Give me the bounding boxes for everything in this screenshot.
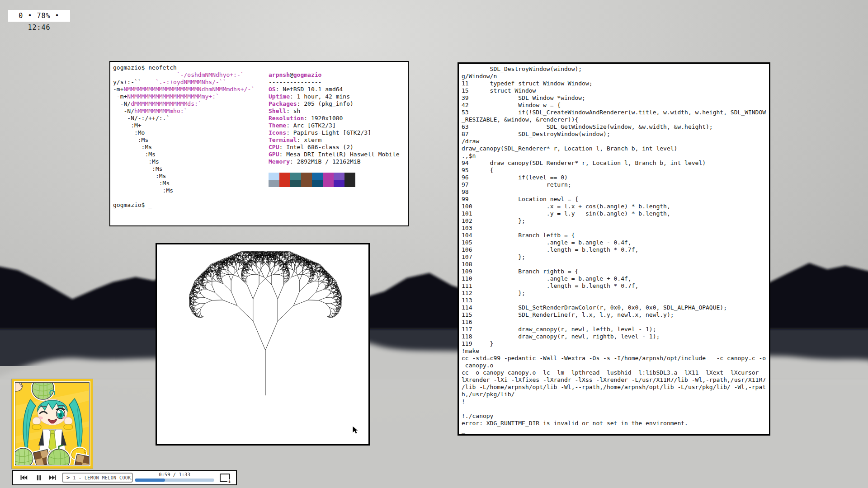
terminal-color-swatch (334, 173, 344, 180)
neofetch-row: :MsGPU: Mesa DRI Intel(R) Haswell Mobile (113, 151, 408, 158)
mouse-cursor-icon (352, 426, 359, 435)
shell-prompt-line: gogmazio$ neofetch (113, 64, 408, 71)
chevron-right-icon: > (63, 474, 73, 481)
fractal-tree-canvas (157, 244, 368, 444)
status-text: 0 • 78% • 12:46 (19, 12, 59, 32)
neofetch-row: :MsTerminal: xterm (113, 136, 408, 144)
ed-session-text: SDL_DestroyWindow(window); g/Window/n 11… (459, 64, 769, 434)
neofetch-row: :Ms (113, 173, 408, 180)
terminal-color-swatch (269, 180, 279, 187)
terminal-color-swatch (312, 180, 323, 187)
next-track-icon (49, 474, 57, 481)
terminal-color-swatch (323, 173, 334, 180)
terminal-color-swatch (312, 173, 323, 180)
previous-track-button[interactable] (18, 473, 29, 482)
miku-artwork (14, 381, 90, 466)
terminal-color-swatch (301, 173, 312, 180)
neofetch-row: -m+NMMMMMMMMMMMMMMMMMMMMmy+:`Uptime: 1 h… (113, 93, 408, 100)
terminal-color-swatch (301, 180, 312, 187)
neofetch-row: -N/hMMMMMMMMMmho:`Shell: sh (113, 108, 408, 115)
next-track-button[interactable] (47, 473, 58, 482)
sdl-canopy-window (156, 243, 370, 446)
terminal-color-swatch (290, 180, 301, 187)
neofetch-output: `-/oshdmNMNdhyo+:-`arpnsh@gogmazioy/s+:-… (113, 71, 408, 194)
progress-bar[interactable] (135, 479, 214, 482)
music-player-bar: > 1 - LEMON MELON COOKIE 0:59 / 1:33 + (12, 470, 237, 485)
neofetch-row: :M+Theme: Arc [GTK2/3] (113, 122, 408, 129)
terminal-color-swatch (323, 180, 334, 187)
neofetch-row: -N/-:/++/:.`Resolution: 868x488 (113, 115, 408, 122)
neofetch-row: :MoIcons: Papirus-Light [GTK2/3] (113, 129, 408, 136)
status-bar: 0 • 78% • 12:46 (8, 10, 70, 22)
cookie-sticker-right (74, 454, 90, 465)
track-title: 1 - LEMON MELON COOKIE (73, 475, 133, 480)
shell-prompt-cursor-line: gogmazio$ _ (113, 202, 408, 209)
add-to-playlist-button[interactable]: + (220, 474, 230, 482)
pause-icon (36, 474, 42, 481)
terminal-color-swatch (290, 173, 301, 180)
neofetch-row: :Ms (113, 187, 408, 194)
neofetch-row: :Ms (113, 180, 408, 187)
pause-button[interactable] (33, 473, 45, 482)
terminal-color-swatch (344, 173, 355, 180)
previous-track-icon (20, 474, 28, 481)
neofetch-row: -N/dMMMMMMMMMMMMMMMds:`Packages: 205 (pk… (113, 100, 408, 108)
terminal-color-swatch (279, 180, 290, 187)
neofetch-row: :MsMemory: 2892MiB / 12162MiB (113, 158, 408, 165)
terminal-color-swatch (279, 173, 290, 180)
terminal-color-swatch (269, 173, 279, 180)
track-selector[interactable]: > 1 - LEMON MELON COOKIE (62, 473, 133, 483)
miku-picture-frame (11, 379, 93, 469)
terminal-color-swatch (344, 180, 355, 187)
neofetch-row: :MsCPU: Intel 686-class (2) (113, 144, 408, 151)
melon-sticker-left (15, 448, 33, 465)
neofetch-row: :Ms (113, 165, 408, 173)
terminal-color-swatch (334, 180, 344, 187)
neofetch-row: y/s+:-`` `.-:+oydNMMMMNhs/-``-----------… (113, 79, 408, 86)
progress-section: 0:59 / 1:33 (135, 472, 214, 483)
progress-fill (135, 479, 165, 482)
neofetch-row: -m+NMMMMMMMMMMMMMMMMMMMMNdhmNMMMmdhs+/-`… (113, 86, 408, 93)
code-terminal-window: SDL_DestroyWindow(window); g/Window/n 11… (458, 62, 770, 436)
neofetch-row: `-/oshdmNMNdhyo+:-`arpnsh@gogmazio (113, 71, 408, 79)
plus-icon: + (227, 479, 231, 484)
time-display: 0:59 / 1:33 (135, 472, 214, 477)
neofetch-terminal-window: gogmazio$ neofetch `-/oshdmNMNdhyo+:-`ar… (109, 61, 409, 226)
blank-line (113, 194, 408, 202)
